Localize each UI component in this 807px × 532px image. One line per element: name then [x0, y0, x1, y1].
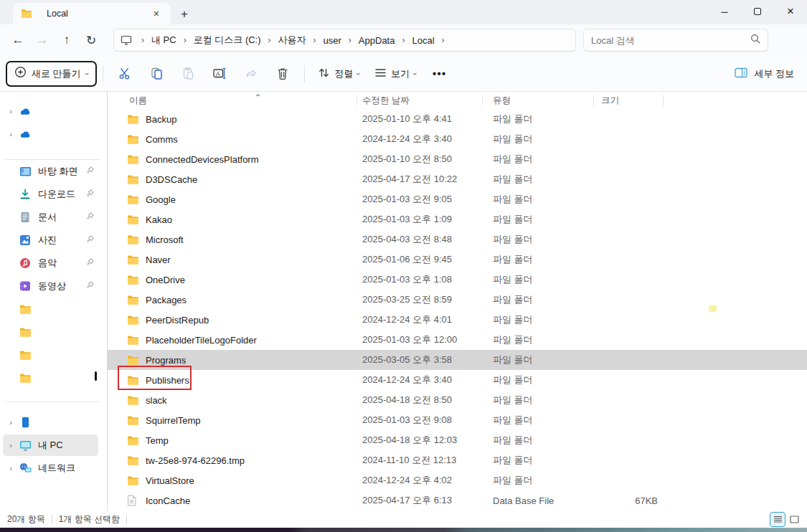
file-size	[593, 229, 664, 250]
this-pc-icon	[19, 439, 32, 452]
up-button[interactable]: ↑	[55, 33, 79, 47]
new-tab-button[interactable]: +	[181, 7, 188, 22]
sidebar-item-music[interactable]: 음악	[3, 252, 98, 274]
file-name: VirtualStore	[146, 475, 194, 486]
sidebar-item-desktop[interactable]: 바탕 화면	[3, 161, 98, 182]
column-header-name[interactable]: 이름 ›	[108, 92, 357, 109]
file-row[interactable]: ConnectedDevicesPlatform2025-01-10 오전 8:…	[108, 149, 807, 169]
file-row[interactable]: PeerDistRepub2024-12-24 오후 4:01파일 폴더	[108, 310, 807, 330]
column-header-type[interactable]: 유형	[482, 92, 593, 109]
search-icon[interactable]	[750, 34, 760, 47]
file-row[interactable]: Programs2025-03-05 오후 3:58파일 폴더	[108, 350, 807, 370]
file-date-modified: 2024-12-24 오후 3:40	[357, 129, 482, 149]
file-name: IconCache	[146, 495, 190, 506]
explorer-tab[interactable]: Local ×	[13, 3, 171, 24]
sort-arrows-icon	[318, 67, 330, 81]
file-row[interactable]: D3DSCache2025-04-17 오전 10:22파일 폴더	[108, 169, 807, 189]
file-row[interactable]: Backup2025-01-10 오후 4:41파일 폴더	[108, 109, 807, 129]
file-type: 파일 폴더	[482, 470, 593, 490]
file-row[interactable]: Google2025-01-03 오전 9:05파일 폴더	[108, 189, 807, 209]
file-row[interactable]: VirtualStore2024-12-24 오후 4:02파일 폴더	[108, 470, 807, 490]
column-header-size[interactable]: 크기	[593, 92, 664, 109]
details-view-toggle[interactable]	[770, 513, 785, 526]
sort-button[interactable]: 정렬 ›	[311, 61, 367, 87]
file-type: 파일 폴더	[482, 149, 593, 169]
file-size	[593, 350, 664, 370]
breadcrumb-local[interactable]: Local	[407, 33, 439, 48]
file-row[interactable]: Temp2025-04-18 오후 12:03파일 폴더	[108, 430, 807, 450]
sidebar-item-onedrive[interactable]: ›	[3, 123, 98, 145]
minimize-button[interactable]: ─	[708, 6, 741, 17]
sidebar-item-folder[interactable]	[3, 298, 98, 320]
yellow-dot-artifact	[709, 305, 717, 312]
back-button[interactable]: ←	[6, 33, 30, 47]
breadcrumb-user[interactable]: user	[318, 33, 346, 48]
file-row[interactable]: slack2025-04-18 오전 8:50파일 폴더	[108, 390, 807, 410]
tab-close-icon[interactable]: ×	[149, 8, 164, 19]
chevron-expand-icon[interactable]: ›	[3, 464, 19, 472]
sidebar-item-downloads[interactable]: 다운로드	[3, 184, 98, 205]
thumbnails-view-toggle[interactable]	[787, 513, 801, 526]
breadcrumb-appdata[interactable]: AppData	[354, 33, 400, 48]
file-row[interactable]: Publishers2024-12-24 오후 3:40파일 폴더	[108, 370, 807, 390]
breadcrumb-local-disk-c[interactable]: 로컬 디스크 (C:)	[189, 32, 266, 49]
sidebar-item-folder[interactable]	[3, 367, 98, 389]
file-row[interactable]: SquirrelTemp2025-01-03 오전 9:08파일 폴더	[108, 410, 807, 430]
onedrive-cloud-icon	[19, 105, 32, 118]
sidebar-scrollbar-thumb[interactable]	[95, 371, 97, 381]
file-size	[593, 290, 664, 310]
sidebar-item-folder[interactable]	[3, 321, 98, 343]
refresh-button[interactable]: ↻	[79, 33, 103, 48]
breadcrumb-my-pc[interactable]: 내 PC	[146, 32, 181, 49]
sidebar-item-my-pc[interactable]: › 내 PC	[3, 434, 98, 456]
new-button[interactable]: 새로 만들기 ›	[6, 61, 97, 87]
file-row[interactable]: Packages2025-03-25 오전 8:59파일 폴더	[108, 290, 807, 310]
file-row[interactable]: Kakao2025-01-03 오후 1:09파일 폴더	[108, 209, 807, 229]
folder-icon	[127, 174, 139, 185]
view-button[interactable]: 보기 ›	[367, 61, 424, 87]
file-size	[593, 390, 664, 410]
file-name-cell: IconCache	[108, 490, 357, 510]
column-header-date-modified[interactable]: 수정한 날짜	[357, 92, 482, 109]
breadcrumb-users[interactable]: 사용자	[273, 32, 311, 49]
maximize-button[interactable]	[741, 6, 774, 17]
sidebar-item-network[interactable]: › 네트워크	[3, 457, 98, 479]
file-row[interactable]: IconCache2025-04-17 오후 6:13Data Base Fil…	[108, 490, 807, 510]
copy-button[interactable]	[141, 67, 172, 80]
file-row[interactable]: Comms2024-12-24 오후 3:40파일 폴더	[108, 129, 807, 149]
chevron-expand-icon[interactable]: ›	[3, 441, 19, 450]
sidebar-item-pictures[interactable]: 사진	[3, 229, 98, 251]
sidebar-item-videos[interactable]: 동영상	[3, 275, 98, 297]
chevron-expand-icon[interactable]: ›	[3, 418, 19, 427]
file-date-modified: 2025-04-03 오전 8:48	[357, 229, 482, 250]
file-row[interactable]: tw-25e8-974-62296.tmp2024-11-10 오전 12:13…	[108, 450, 807, 470]
chevron-expand-icon[interactable]: ›	[3, 130, 19, 138]
file-row[interactable]: PlaceholderTileLogoFolder2025-01-03 오후 1…	[108, 330, 807, 350]
sidebar-item-documents[interactable]: 문서	[3, 206, 98, 228]
folder-icon	[19, 371, 32, 384]
file-name: Kakao	[146, 214, 172, 225]
see-more-button[interactable]: •••	[424, 67, 456, 80]
sidebar-item-phone[interactable]: ›	[3, 412, 98, 433]
sidebar-item-folder[interactable]	[3, 344, 98, 366]
cut-button[interactable]	[109, 67, 141, 80]
file-row[interactable]: OneDrive2025-01-03 오후 1:08파일 폴더	[108, 270, 807, 290]
details-pane-button[interactable]: 세부 정보	[735, 67, 794, 80]
chevron-right-icon: ›	[139, 35, 146, 45]
file-type: 파일 폴더	[482, 229, 593, 250]
chevron-right-icon: ›	[346, 35, 354, 45]
search-input[interactable]	[591, 35, 750, 46]
chevron-expand-icon[interactable]: ›	[3, 107, 19, 115]
address-bar[interactable]: › 내 PC › 로컬 디스크 (C:) › 사용자 › user › AppD…	[113, 29, 576, 52]
selected-count: 1개 항목 선택함	[59, 513, 120, 526]
file-row[interactable]: Naver2025-01-06 오전 9:45파일 폴더	[108, 250, 807, 270]
sort-label: 정렬	[334, 67, 353, 80]
rename-button[interactable]: A	[204, 67, 235, 80]
delete-button[interactable]	[267, 67, 298, 80]
file-size	[593, 129, 664, 149]
file-type: 파일 폴더	[482, 270, 593, 290]
file-row[interactable]: Microsoft2025-04-03 오전 8:48파일 폴더	[108, 229, 807, 250]
close-button[interactable]: ×	[774, 4, 807, 19]
chevron-right-icon: ›	[266, 35, 273, 45]
sidebar-item-onedrive[interactable]: ›	[3, 100, 98, 122]
